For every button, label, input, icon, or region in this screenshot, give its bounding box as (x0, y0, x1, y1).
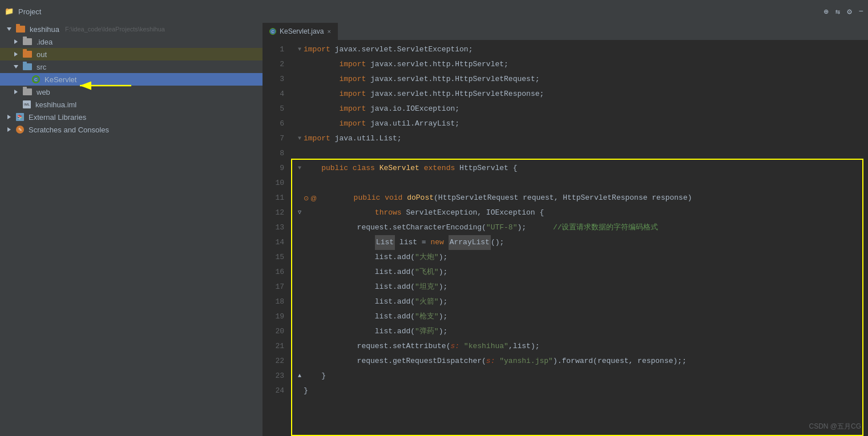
code-editor: 1 2 3 4 5 6 7 8 9 10 11 12 13 14 15 16 1… (263, 40, 868, 436)
fold-icon-spacer-8 (296, 150, 304, 158)
code-line-10 (296, 176, 868, 191)
sidebar-item-keservlet[interactable]: C KeServlet (0, 73, 263, 86)
fold-icon-spacer-16 (296, 268, 304, 276)
fold-icon-7[interactable]: ▼ (296, 135, 304, 143)
sidebar-item-external-libraries[interactable]: 📚 External Libraries (0, 111, 263, 123)
main-layout: keshihua F:\idea_code\IdeaProjects\keshi… (0, 23, 868, 436)
java-class-icon: C (32, 75, 40, 83)
sidebar-item-web[interactable]: web (0, 86, 263, 98)
code-line-17: list.add("坦克"); (296, 280, 868, 294)
fold-icon-spacer-21 (296, 342, 304, 350)
spacer (21, 75, 30, 84)
sidebar-item-label: keshihua.iml (35, 100, 76, 109)
fold-icon-spacer-3 (296, 75, 304, 83)
fold-icon-9[interactable]: ▼ (296, 164, 304, 172)
code-line-12: ▽ throws ServletException, IOException { (296, 205, 868, 220)
sidebar-item-label: web (37, 88, 50, 96)
code-line-13: request.setCharacterEncoding("UTF-8"); /… (296, 220, 868, 235)
code-line-2: import javax.servlet.http.HttpServlet; (296, 57, 868, 72)
top-bar: 📁 Project ⊕ ⇆ ⚙ − (0, 0, 868, 23)
fold-icon-spacer-18 (296, 298, 304, 306)
sidebar-item-label: src (37, 63, 46, 71)
code-line-11: ⊙ @ public void doPost(HttpServletReques… (296, 191, 868, 205)
fold-icon-spacer-6 (296, 120, 304, 128)
type-highlight-arraylist: ArrayList (449, 235, 491, 250)
sidebar-item-scratches[interactable]: ✎ Scratches and Consoles (0, 123, 263, 136)
java-tab-icon: C (269, 28, 276, 35)
sidebar-item-keshihua-iml[interactable]: IML keshihua.iml (0, 98, 263, 111)
sidebar-item-label: Scratches and Consoles (29, 126, 109, 134)
code-line-24: } (296, 383, 868, 398)
code-line-15: list.add("大炮"); (296, 250, 868, 265)
sidebar-item-label: keshihua (30, 25, 59, 34)
sidebar: keshihua F:\idea_code\IdeaProjects\keshi… (0, 23, 263, 436)
folder-plain-icon (23, 38, 32, 45)
globe-icon[interactable]: ⊕ (823, 7, 828, 17)
code-line-20: list.add("弹药"); (296, 324, 868, 339)
code-line-22: request.getRequestDispatcher(s: "yanshi.… (296, 354, 868, 369)
sidebar-item-label: out (37, 50, 47, 59)
folder-icon (16, 26, 25, 33)
code-line-16: list.add("飞机"); (296, 265, 868, 280)
code-line-18: list.add("火箭"); (296, 294, 868, 309)
fold-icon-spacer-17 (296, 283, 304, 291)
type-highlight-list: List (375, 235, 395, 250)
code-line-3: import javax.servlet.http.HttpServletReq… (296, 72, 868, 87)
scratch-icon: ✎ (16, 126, 24, 134)
fold-icon-spacer-19 (296, 313, 304, 321)
code-line-9: ▼ public class KeServlet extends HttpSer… (296, 161, 868, 176)
arrow-right-icon (5, 125, 14, 134)
fold-icon-spacer-24 (296, 387, 304, 395)
settings-icon[interactable]: ⚙ (847, 7, 851, 17)
folder-orange-icon (23, 51, 32, 58)
annotation-marker: @ (310, 191, 317, 205)
fold-icon-12[interactable]: ▽ (296, 209, 304, 217)
top-bar-title: Project (18, 7, 41, 16)
spacer (11, 100, 21, 109)
split-icon[interactable]: ⇆ (835, 7, 840, 17)
sidebar-item-idea[interactable]: .idea (0, 35, 263, 48)
code-line-7: ▼ import java.util.List; (296, 131, 868, 146)
arrow-down-icon (5, 25, 14, 34)
fold-icon-spacer-20 (296, 328, 304, 336)
code-line-5: import java.io.IOException; (296, 102, 868, 116)
code-line-1: ▼ import javax.servlet.ServletException; (296, 42, 868, 57)
arrow-right-icon (11, 87, 21, 96)
code-line-19: list.add("枪支"); (296, 309, 868, 324)
code-line-6: import java.util.ArrayList; (296, 116, 868, 131)
sidebar-item-label: KeServlet (45, 75, 76, 84)
fold-icon-spacer-2 (296, 60, 304, 68)
fold-icon-1[interactable]: ▼ (296, 46, 304, 54)
line-numbers: 1 2 3 4 5 6 7 8 9 10 11 12 13 14 15 16 1… (263, 40, 291, 436)
sidebar-item-label: External Libraries (29, 113, 86, 122)
sidebar-item-out[interactable]: out (0, 48, 263, 60)
fold-icon-spacer-22 (296, 357, 304, 365)
tab-keservlet[interactable]: C KeServlet.java × (263, 23, 338, 40)
fold-icon-spacer-15 (296, 253, 304, 261)
sidebar-item-path: F:\idea_code\IdeaProjects\keshihua (65, 26, 165, 33)
sidebar-item-keshihua[interactable]: keshihua F:\idea_code\IdeaProjects\keshi… (0, 23, 263, 35)
project-icon: 📁 (5, 7, 14, 16)
fold-icon-spacer-5 (296, 105, 304, 113)
arrow-right-icon (11, 37, 21, 46)
minimize-icon[interactable]: − (859, 7, 863, 16)
ext-lib-icon: 📚 (16, 113, 24, 121)
code-content[interactable]: ▼ import javax.servlet.ServletException;… (291, 40, 868, 436)
tab-close-button[interactable]: × (327, 28, 330, 35)
fold-icon-spacer-14 (296, 239, 304, 247)
tab-bar: C KeServlet.java × (263, 23, 868, 40)
folder-blue-icon (23, 63, 32, 70)
arrow-right-icon (11, 50, 21, 59)
iml-file-icon: IML (23, 100, 31, 108)
top-bar-icons: ⊕ ⇆ ⚙ − (823, 7, 863, 17)
arrow-right-icon (5, 112, 14, 122)
watermark: CSDN @五月CG (809, 422, 861, 431)
fold-icon-spacer-11 (296, 194, 304, 202)
arrow-down-icon (11, 62, 21, 71)
folder-web-icon (23, 88, 32, 95)
code-line-21: request.setAttribute(s: "keshihua",list)… (296, 339, 868, 354)
sidebar-item-label: .idea (37, 38, 53, 46)
sidebar-item-src[interactable]: src (0, 60, 263, 73)
fold-icon-23[interactable]: ▲ (296, 372, 304, 380)
editor-area: C KeServlet.java × 1 2 3 4 5 6 7 8 9 10 … (263, 23, 868, 436)
